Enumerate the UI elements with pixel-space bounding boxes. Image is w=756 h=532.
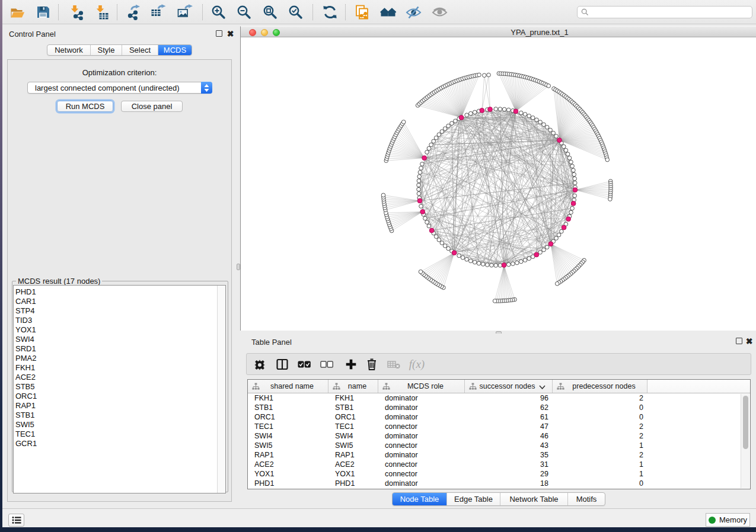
cell-name[interactable]: SWI4 bbox=[328, 431, 378, 441]
cell-MCDS-role[interactable]: connector bbox=[378, 422, 465, 431]
close-table-panel-icon[interactable]: ✖ bbox=[746, 338, 752, 344]
mcds-result-list[interactable]: PHD1CAR1STP4TID3YOX1SWI4SRD1PMA2FKH1ACE2… bbox=[13, 285, 226, 493]
column-header-name[interactable]: name bbox=[328, 380, 378, 393]
zoom-out-icon[interactable] bbox=[235, 3, 253, 21]
cell-predecessor-nodes[interactable]: 2 bbox=[553, 431, 647, 441]
column-header-predecessor-nodes[interactable]: predecessor nodes bbox=[553, 380, 647, 393]
close-panel-button[interactable]: Close panel bbox=[121, 101, 183, 112]
cell-shared-name[interactable]: PHD1 bbox=[248, 479, 328, 488]
show-panels-button[interactable] bbox=[8, 514, 24, 527]
float-table-panel-icon[interactable] bbox=[736, 338, 742, 344]
cell-predecessor-nodes[interactable]: 2 bbox=[553, 393, 647, 403]
window-minimize-icon[interactable] bbox=[261, 29, 268, 36]
mcds-result-item[interactable]: FKH1 bbox=[14, 363, 225, 373]
cell-name[interactable]: ACE2 bbox=[328, 460, 378, 469]
cell-MCDS-role[interactable]: dominator bbox=[378, 431, 465, 441]
cell-successor-nodes[interactable]: 31 bbox=[465, 460, 553, 469]
mcds-result-item[interactable]: TID3 bbox=[14, 316, 225, 325]
birds-eye-view-icon[interactable] bbox=[379, 3, 397, 21]
cell-name[interactable]: STB1 bbox=[328, 403, 378, 412]
save-session-icon[interactable] bbox=[34, 3, 52, 21]
search-input[interactable] bbox=[589, 8, 752, 17]
cell-shared-name[interactable]: RAP1 bbox=[248, 450, 328, 460]
close-panel-icon[interactable]: ✖ bbox=[227, 30, 234, 37]
mcds-result-item[interactable]: SWI5 bbox=[14, 420, 225, 430]
cell-name[interactable]: ORC1 bbox=[328, 412, 378, 422]
mcds-result-item[interactable]: STB1 bbox=[14, 411, 225, 420]
tab-network[interactable]: Network bbox=[47, 45, 91, 55]
cell-successor-nodes[interactable]: 29 bbox=[465, 469, 553, 479]
mcds-result-item[interactable]: PHD1 bbox=[14, 287, 225, 297]
float-panel-icon[interactable] bbox=[216, 30, 222, 37]
cell-successor-nodes[interactable]: 61 bbox=[465, 412, 553, 422]
table-row[interactable]: YOX1YOX1connector291 bbox=[248, 469, 750, 479]
mcds-result-item[interactable]: STB5 bbox=[14, 382, 225, 392]
cell-shared-name[interactable]: ACE2 bbox=[248, 460, 328, 469]
cell-MCDS-role[interactable]: connector bbox=[378, 460, 465, 469]
criterion-dropdown[interactable]: largest connected component (undirected) bbox=[27, 82, 212, 94]
network-window-titlebar[interactable]: YPA_prune.txt_1 bbox=[240, 26, 756, 37]
deselect-all-checkboxes-icon[interactable] bbox=[320, 361, 333, 368]
cell-predecessor-nodes[interactable]: 0 bbox=[553, 479, 647, 488]
tab-mcds[interactable]: MCDS bbox=[158, 45, 192, 55]
cell-MCDS-role[interactable]: dominator bbox=[378, 479, 465, 488]
mcds-result-item[interactable]: SRD1 bbox=[14, 344, 225, 354]
column-header-MCDS-role[interactable]: MCDS role bbox=[378, 380, 465, 393]
memory-button[interactable]: Memory bbox=[706, 513, 750, 527]
cell-MCDS-role[interactable]: dominator bbox=[378, 450, 465, 460]
cell-MCDS-role[interactable]: dominator bbox=[378, 403, 465, 412]
cell-shared-name[interactable]: YOX1 bbox=[248, 469, 328, 479]
mcds-result-item[interactable]: GCR1 bbox=[14, 439, 225, 448]
import-table-icon[interactable] bbox=[92, 3, 110, 21]
cell-successor-nodes[interactable]: 43 bbox=[465, 441, 553, 450]
table-row[interactable]: FKH1FKH1dominator962 bbox=[248, 393, 750, 403]
open-file-icon[interactable] bbox=[8, 3, 26, 21]
cell-MCDS-role[interactable]: connector bbox=[378, 469, 465, 479]
cell-successor-nodes[interactable]: 62 bbox=[465, 403, 553, 412]
network-view-canvas[interactable] bbox=[240, 37, 756, 331]
tab-node-table[interactable]: Node Table bbox=[393, 493, 447, 505]
add-column-icon[interactable] bbox=[345, 358, 358, 371]
cell-shared-name[interactable]: TEC1 bbox=[248, 422, 328, 431]
cell-predecessor-nodes[interactable]: 1 bbox=[553, 441, 647, 450]
cell-predecessor-nodes[interactable]: 1 bbox=[553, 460, 647, 469]
mcds-result-item[interactable]: PMA2 bbox=[14, 354, 225, 363]
cell-successor-nodes[interactable]: 35 bbox=[465, 450, 553, 460]
hide-details-icon[interactable] bbox=[404, 3, 422, 21]
refresh-icon[interactable] bbox=[321, 3, 339, 21]
table-row[interactable]: SWI4SWI4dominator462 bbox=[248, 431, 750, 441]
cell-shared-name[interactable]: STB1 bbox=[248, 403, 328, 412]
cell-MCDS-role[interactable]: dominator bbox=[378, 412, 465, 422]
mcds-result-item[interactable]: STP4 bbox=[14, 306, 225, 316]
manage-networks-icon[interactable] bbox=[353, 3, 371, 21]
mcds-result-item[interactable]: YOX1 bbox=[14, 325, 225, 335]
export-table-icon[interactable] bbox=[149, 3, 167, 21]
cell-shared-name[interactable]: SWI5 bbox=[248, 441, 328, 450]
delete-column-icon[interactable] bbox=[366, 358, 378, 371]
cell-name[interactable]: TEC1 bbox=[328, 422, 378, 431]
table-scrollbar[interactable] bbox=[741, 394, 749, 488]
cell-successor-nodes[interactable]: 18 bbox=[465, 479, 553, 488]
export-image-icon[interactable] bbox=[176, 3, 193, 21]
mcds-list-scrollbar[interactable] bbox=[217, 286, 225, 493]
cell-name[interactable]: FKH1 bbox=[328, 393, 378, 403]
tab-select[interactable]: Select bbox=[122, 45, 158, 55]
cell-MCDS-role[interactable]: dominator bbox=[378, 393, 465, 403]
cell-name[interactable]: YOX1 bbox=[328, 469, 378, 479]
cell-name[interactable]: SWI5 bbox=[328, 441, 378, 450]
mcds-result-item[interactable]: TEC1 bbox=[14, 430, 225, 439]
table-row[interactable]: ORC1ORC1dominator610 bbox=[248, 412, 750, 422]
table-row[interactable]: ACE2ACE2connector311 bbox=[248, 460, 750, 469]
cell-shared-name[interactable]: ORC1 bbox=[248, 412, 328, 422]
cell-predecessor-nodes[interactable]: 0 bbox=[553, 403, 647, 412]
table-row[interactable]: TEC1TEC1connector472 bbox=[248, 422, 750, 431]
zoom-in-icon[interactable] bbox=[209, 3, 227, 21]
mcds-result-item[interactable]: ORC1 bbox=[14, 392, 225, 401]
cell-predecessor-nodes[interactable]: 2 bbox=[553, 422, 647, 431]
fit-content-icon[interactable] bbox=[261, 3, 279, 21]
cell-name[interactable]: PHD1 bbox=[328, 479, 378, 488]
window-close-icon[interactable] bbox=[249, 29, 256, 36]
mcds-result-item[interactable]: CAR1 bbox=[14, 297, 225, 306]
window-zoom-icon[interactable] bbox=[273, 29, 280, 36]
mcds-result-item[interactable]: ACE2 bbox=[14, 373, 225, 382]
